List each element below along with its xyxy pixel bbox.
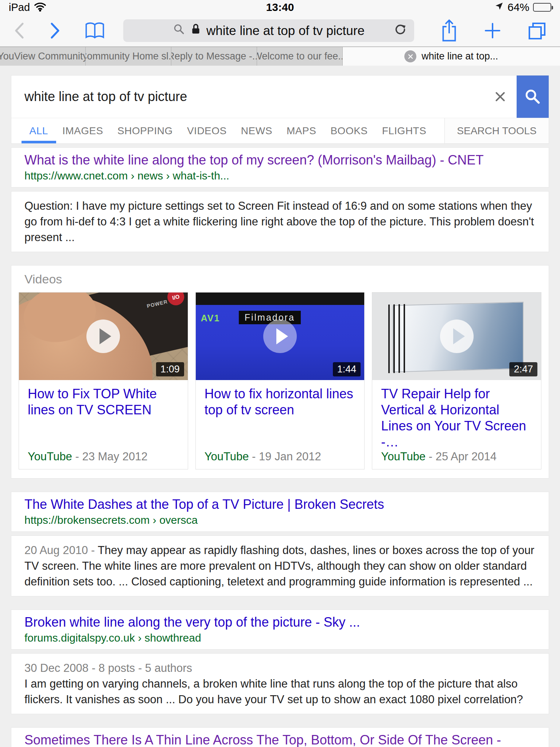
videos-heading: Videos <box>19 272 541 286</box>
tab-videos[interactable]: VIDEOS <box>187 118 227 143</box>
google-search-card: white line at top of tv picture ALL IMAG… <box>11 75 549 144</box>
video-meta: YouTube - 23 May 2012 <box>28 450 179 463</box>
snippet-meta: 30 Dec 2008 - 8 posts - 5 authors <box>24 660 536 676</box>
address-bar[interactable]: white line at top of tv picture <box>123 19 414 42</box>
tab-flights[interactable]: FLIGHTS <box>382 118 427 143</box>
video-source: YouTube <box>381 450 425 463</box>
tab-books[interactable]: BOOKS <box>330 118 368 143</box>
result-brokensecrets: The White Dashes at the Top of a TV Pict… <box>11 492 549 532</box>
search-tools-button[interactable]: SEARCH TOOLS <box>444 118 549 143</box>
video-meta: YouTube - 19 Jan 2012 <box>205 450 356 463</box>
play-icon <box>86 320 120 353</box>
result-digitalspy-snippet: 30 Dec 2008 - 8 posts - 5 authors I am g… <box>11 653 549 714</box>
video-title-link[interactable]: How to fix horizontal lines top of tv sc… <box>205 386 356 418</box>
tab-label: YouView Community <box>0 51 86 62</box>
tabs-overview-icon[interactable] <box>526 20 547 41</box>
status-bar: iPad 13:40 64% <box>0 0 560 15</box>
video-date: 25 Apr 2014 <box>436 450 497 463</box>
browser-tab-community-home[interactable]: Community Home sl... <box>86 47 171 66</box>
video-source: YouTube <box>205 450 249 463</box>
video-thumbnail-3[interactable]: 2:47 <box>372 293 541 380</box>
snippet-text: Question: I have my picture settings set… <box>24 200 534 244</box>
search-icon <box>173 23 185 38</box>
forward-button[interactable] <box>49 22 61 39</box>
play-icon <box>263 320 297 353</box>
tab-label: Community Home sl... <box>86 51 171 62</box>
video-duration-badge: 2:47 <box>509 362 537 376</box>
meta-separator: - <box>72 450 82 463</box>
result-url[interactable]: https://brokensecrets.com › oversca <box>24 514 536 526</box>
result-title-link[interactable]: Broken white line along the very top of … <box>24 614 536 630</box>
video-title-link[interactable]: How to Fix TOP White lines on TV SCREEN <box>28 386 179 418</box>
new-tab-icon[interactable] <box>483 21 502 40</box>
tab-label: Reply to Message -... <box>171 51 257 62</box>
tab-label: white line at top... <box>421 51 498 62</box>
video-date: 23 May 2012 <box>82 450 147 463</box>
result-samsung: Sometimes There Is A Thin Line Across Th… <box>11 727 549 747</box>
bookmarks-icon[interactable] <box>84 21 106 40</box>
video-thumbnail-1[interactable]: INPUT POWER I/O 9 1:09 <box>19 293 188 380</box>
meta-separator: - <box>249 450 259 463</box>
video-source: YouTube <box>28 450 72 463</box>
play-icon <box>440 320 474 353</box>
video-card-2[interactable]: AV1 Filmadora 1:44 How to fix horizontal… <box>195 292 365 469</box>
browser-toolbar: white line at top of tv picture <box>0 15 560 47</box>
video-title-link[interactable]: TV Repair Help for Vertical & Horizontal… <box>381 386 532 450</box>
video-card-1[interactable]: INPUT POWER I/O 9 1:09 How to Fix TOP Wh… <box>19 292 188 469</box>
thumb-text: AV1 <box>201 313 220 324</box>
magnifier-icon <box>524 88 542 106</box>
meta-separator: - <box>425 450 436 463</box>
browser-tab-reply[interactable]: Reply to Message -... <box>171 47 257 66</box>
result-cnet-snippet: Question: I have my picture settings set… <box>11 191 549 252</box>
browser-tab-youview[interactable]: YouView Community <box>0 47 86 66</box>
battery-icon <box>533 3 551 12</box>
clear-search-icon[interactable] <box>484 90 517 103</box>
snippet-text: They may appear as rapidly flashing dots… <box>24 544 534 588</box>
videos-section: Videos INPUT POWER I/O 9 1:09 <box>11 265 549 479</box>
search-query-input[interactable]: white line at top of tv picture <box>11 89 484 104</box>
tab-images[interactable]: IMAGES <box>62 118 103 143</box>
tab-label: Welcome to our fee... <box>257 51 343 62</box>
result-title-link[interactable]: The White Dashes at the Top of a TV Pict… <box>24 496 536 512</box>
result-title-link[interactable]: Sometimes There Is A Thin Line Across Th… <box>24 732 536 747</box>
safari-window: iPad 13:40 64% <box>0 0 560 747</box>
video-card-3[interactable]: 2:47 TV Repair Help for Vertical & Horiz… <box>372 292 541 469</box>
browser-tab-active[interactable]: white line at top... <box>343 47 560 66</box>
google-result-tabs: ALL IMAGES SHOPPING VIDEOS NEWS MAPS BOO… <box>11 118 549 143</box>
result-brokensecrets-snippet: 20 Aug 2010 - They may appear as rapidly… <box>11 535 549 596</box>
tab-strip: YouView Community Community Home sl... R… <box>0 47 560 66</box>
browser-tab-welcome[interactable]: Welcome to our fee... <box>257 47 343 66</box>
address-text: white line at top of tv picture <box>206 23 365 38</box>
tab-news[interactable]: NEWS <box>241 118 272 143</box>
tv-top-bar-image <box>196 293 365 305</box>
search-submit-button[interactable] <box>517 76 549 118</box>
thumb-text: POWER <box>146 299 168 309</box>
location-arrow-icon <box>494 1 504 13</box>
thumb-text: I/O <box>166 293 186 307</box>
video-duration-badge: 1:44 <box>333 362 361 376</box>
snippet-text: I am getting on varying channels, a brok… <box>24 676 536 707</box>
video-meta: YouTube - 25 Apr 2014 <box>381 450 532 463</box>
refresh-icon[interactable] <box>394 24 408 39</box>
video-thumbnail-2[interactable]: AV1 Filmadora 1:44 <box>196 293 365 380</box>
result-url[interactable]: https://www.cnet.com › news › what-is-th… <box>24 170 536 182</box>
search-results-page: white line at top of tv picture ALL IMAG… <box>0 66 560 747</box>
result-cnet: What is the white line along the top of … <box>11 147 549 187</box>
thumb-text: Filmadora <box>239 311 301 324</box>
result-digitalspy: Broken white line along the very top of … <box>11 609 549 650</box>
snippet-date: 20 Aug 2010 - <box>24 544 98 557</box>
tab-shopping[interactable]: SHOPPING <box>117 118 173 143</box>
video-duration-badge: 1:09 <box>156 362 184 376</box>
result-url[interactable]: forums.digitalspy.co.uk › showthread <box>24 632 536 644</box>
video-date: 19 Jan 2012 <box>259 450 321 463</box>
clock: 13:40 <box>0 1 560 13</box>
tab-close-icon[interactable] <box>404 50 416 62</box>
lock-icon <box>190 23 201 39</box>
tab-all[interactable]: ALL <box>30 118 48 143</box>
result-title-link[interactable]: What is the white line along the top of … <box>24 152 536 168</box>
share-icon[interactable] <box>440 19 459 43</box>
back-button[interactable] <box>13 22 26 39</box>
tab-maps[interactable]: MAPS <box>287 118 316 143</box>
battery-percent: 64% <box>508 1 529 13</box>
